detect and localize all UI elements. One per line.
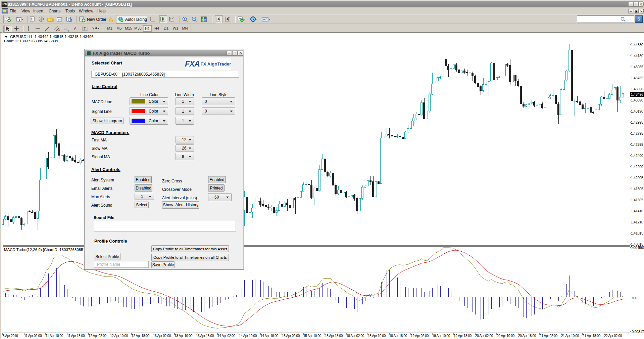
svg-text:1.43590: 1.43590 [631, 87, 643, 91]
svg-text:GBPUSD,H1 1.43442 1.43515 1.4: GBPUSD,H1 1.43442 1.43515 1.43215 1.4349… [10, 35, 94, 39]
svg-text:E: E [58, 29, 60, 32]
svg-text:1.44380: 1.44380 [631, 43, 643, 47]
svg-text:0.004563: 0.004563 [631, 246, 644, 250]
svg-text:1.43496: 1.43496 [631, 92, 643, 96]
svg-text:20 Apr 02:00: 20 Apr 02:00 [475, 334, 493, 338]
svg-text:Chart ID:130372680851465839: Chart ID:130372680851465839 [4, 39, 58, 43]
svg-text:T: T [84, 27, 86, 31]
svg-text:8 Apr 2016: 8 Apr 2016 [3, 334, 18, 338]
svg-text:15 Apr 10:00: 15 Apr 10:00 [303, 334, 321, 338]
svg-text:19 Apr 10:00: 19 Apr 10:00 [432, 334, 450, 338]
svg-text:1.41805: 1.41805 [631, 187, 643, 191]
svg-text:20 Apr 10:00: 20 Apr 10:00 [497, 334, 515, 338]
svg-text:1.42400: 1.42400 [631, 154, 643, 158]
svg-text:1.43190: 1.43190 [631, 109, 643, 113]
svg-text:A: A [74, 27, 77, 31]
svg-text:22 Apr 02:00: 22 Apr 02:00 [604, 334, 622, 338]
svg-text:15 Apr 02:00: 15 Apr 02:00 [282, 334, 300, 338]
svg-text:11 Apr 02:00: 11 Apr 02:00 [24, 334, 42, 338]
svg-text:1.42200: 1.42200 [631, 165, 643, 169]
svg-text:1.44180: 1.44180 [631, 54, 643, 58]
svg-text:12 Apr 02:00: 12 Apr 02:00 [89, 334, 107, 338]
svg-text:13 Apr 02:00: 13 Apr 02:00 [153, 334, 171, 338]
svg-text:0.00: 0.00 [631, 296, 637, 300]
svg-text:12 Apr 10:00: 12 Apr 10:00 [110, 334, 128, 338]
svg-text:1.42005: 1.42005 [631, 176, 643, 180]
svg-text:18 Apr 10:00: 18 Apr 10:00 [368, 334, 386, 338]
svg-text:14 Apr 10:00: 14 Apr 10:00 [239, 334, 257, 338]
svg-text:1.43985: 1.43985 [631, 65, 643, 69]
svg-text:13 Apr 18:00: 13 Apr 18:00 [196, 334, 214, 338]
svg-text:-0.00317: -0.00317 [631, 330, 644, 334]
svg-text:21 Apr 10:00: 21 Apr 10:00 [561, 334, 579, 338]
svg-text:20 Apr 18:00: 20 Apr 18:00 [518, 334, 536, 338]
svg-text:1.43390: 1.43390 [631, 98, 643, 102]
svg-text:1.41605: 1.41605 [631, 198, 643, 202]
svg-text:21 Apr 02:00: 21 Apr 02:00 [540, 334, 558, 338]
svg-text:15 Apr 18:00: 15 Apr 18:00 [325, 334, 343, 338]
svg-text:1.43785: 1.43785 [631, 76, 643, 80]
svg-text:1.41210: 1.41210 [631, 220, 643, 224]
svg-text:21 Apr 18:00: 21 Apr 18:00 [583, 334, 601, 338]
svg-text:1.41015: 1.41015 [631, 231, 643, 235]
svg-text:12 Apr 18:00: 12 Apr 18:00 [132, 334, 150, 338]
svg-text:11 Apr 10:00: 11 Apr 10:00 [46, 334, 63, 338]
svg-text:1.41410: 1.41410 [631, 209, 643, 213]
svg-text:1.42995: 1.42995 [631, 120, 643, 124]
svg-text:18 Apr 18:00: 18 Apr 18:00 [389, 334, 407, 338]
svg-text:1.42595: 1.42595 [631, 142, 643, 146]
svg-text:19 Apr 18:00: 19 Apr 18:00 [454, 334, 472, 338]
svg-text:14 Apr 18:00: 14 Apr 18:00 [260, 334, 279, 338]
svg-text:1.42795: 1.42795 [631, 131, 643, 135]
svg-text:13 Apr 10:00: 13 Apr 10:00 [175, 334, 193, 338]
svg-text:F: F [68, 30, 69, 32]
svg-text:18 Apr 02:00: 18 Apr 02:00 [346, 334, 364, 338]
svg-text:11 Apr 18:00: 11 Apr 18:00 [67, 334, 85, 338]
svg-text:14 Apr 02:00: 14 Apr 02:00 [217, 334, 236, 338]
svg-text:19 Apr 02:00: 19 Apr 02:00 [411, 334, 429, 338]
